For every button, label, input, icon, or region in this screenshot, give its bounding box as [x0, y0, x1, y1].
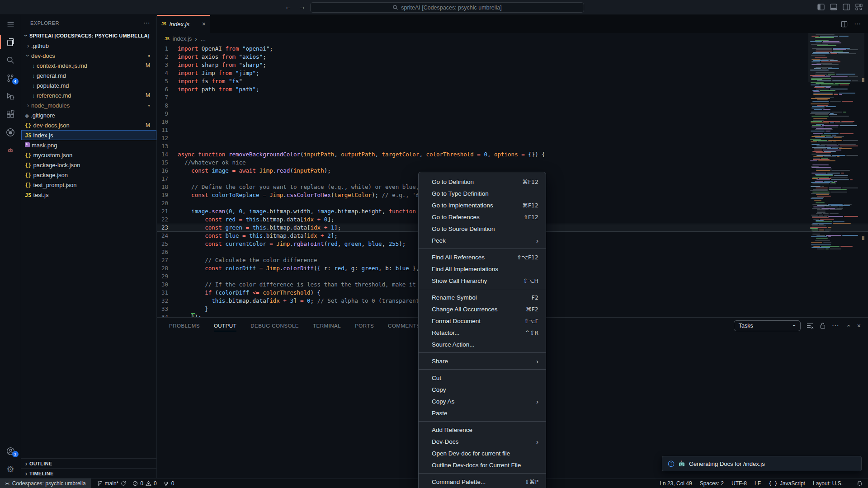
tab-index-js[interactable]: JS index.js × — [157, 15, 210, 33]
status-cursor-position[interactable]: Ln 23, Col 49 — [660, 480, 692, 487]
code-line-15[interactable]: 15 //whatever ok nice — [157, 159, 868, 167]
explorer-actions-icon[interactable]: ⋯ — [143, 19, 151, 27]
file-tree-item-package-lock-json[interactable]: {}package-lock.json — [21, 160, 156, 170]
menu-item-go-to-implementations[interactable]: Go to Implementations⌘F12 — [419, 199, 546, 211]
breadcrumb[interactable]: JS index.js › … — [157, 33, 868, 45]
menu-item-outline-dev-docs-for-current-file[interactable]: Outline Dev-docs for Current File — [419, 459, 546, 471]
menu-item-copy-as[interactable]: Copy As› — [419, 395, 546, 407]
line-number[interactable]: 29 — [157, 272, 178, 281]
panel-tab-debug-console[interactable]: DEBUG CONSOLE — [250, 318, 299, 333]
menu-item-change-all-occurrences[interactable]: Change All Occurrences⌘F2 — [419, 303, 546, 315]
code-line-14[interactable]: 14async function removeBackgroundColor(i… — [157, 150, 868, 159]
line-number[interactable]: 11 — [157, 126, 178, 134]
code-line-4[interactable]: 4import Jimp from "jimp"; — [157, 69, 868, 77]
status-eol[interactable]: LF — [755, 480, 761, 487]
menu-icon[interactable] — [0, 15, 21, 33]
run-debug-icon[interactable] — [0, 87, 21, 105]
output-channel-dropdown[interactable]: Tasks › — [734, 320, 801, 331]
line-number[interactable]: 18 — [157, 183, 178, 191]
line-number[interactable]: 6 — [157, 85, 178, 94]
outline-section-header[interactable]: › OUTLINE — [21, 458, 156, 468]
menu-item-peek[interactable]: Peek› — [419, 235, 546, 246]
close-panel-icon[interactable]: × — [857, 322, 861, 329]
explorer-view-icon[interactable] — [0, 33, 21, 51]
file-tree-item-populate-md[interactable]: ↓populate.md — [21, 80, 156, 90]
menu-item-copy[interactable]: Copy — [419, 384, 546, 395]
line-number[interactable]: 25 — [157, 240, 178, 248]
status-language-mode[interactable]: { }JavaScript — [769, 480, 805, 487]
file-tree-item-mask-png[interactable]: mask.png — [21, 140, 156, 150]
panel-tab-output[interactable]: OUTPUT — [214, 318, 236, 333]
code-line-10[interactable]: 10 — [157, 118, 868, 126]
file-tree-item-index-js[interactable]: JSindex.js — [21, 130, 156, 140]
status-encoding[interactable]: UTF-8 — [731, 480, 747, 487]
line-number[interactable]: 19 — [157, 191, 178, 199]
code-line-2[interactable]: 2import axios from "axios"; — [157, 53, 868, 61]
file-tree-item-reference-md[interactable]: ↓reference.mdM — [21, 90, 156, 100]
dev-docs-extension-icon[interactable] — [0, 141, 21, 160]
menu-item-command-palette[interactable]: Command Palette...⇧⌘P — [419, 476, 546, 488]
maximize-panel-icon[interactable]: › — [844, 323, 852, 329]
line-number[interactable]: 24 — [157, 232, 178, 240]
code-line-6[interactable]: 6import path from "path"; — [157, 85, 868, 94]
menu-item-find-all-implementations[interactable]: Find All Implementations — [419, 263, 546, 275]
workspace-root-folder[interactable]: › SPRITEAI [CODESPACES: PSYCHIC UMBRELLA… — [21, 31, 156, 41]
line-number[interactable]: 10 — [157, 118, 178, 126]
line-number[interactable]: 15 — [157, 159, 178, 167]
notifications-bell-icon[interactable] — [857, 480, 863, 486]
menu-item-share[interactable]: Share› — [419, 355, 546, 367]
clear-output-icon[interactable] — [807, 323, 814, 329]
extensions-icon[interactable] — [0, 105, 21, 123]
lock-icon[interactable] — [820, 322, 826, 329]
line-number[interactable]: 31 — [157, 289, 178, 297]
file-tree-item-dev-docs-json[interactable]: {}dev-docs.jsonM — [21, 120, 156, 130]
remote-indicator[interactable]: >< Codespaces: psychic umbrella — [0, 479, 91, 488]
line-number[interactable]: 12 — [157, 134, 178, 142]
code-line-13[interactable]: 13 — [157, 142, 868, 150]
menu-item-format-document[interactable]: Format Document⇧⌥F — [419, 315, 546, 327]
panel-tab-ports[interactable]: PORTS — [355, 318, 374, 333]
github-icon[interactable] — [0, 123, 21, 141]
code-line-8[interactable]: 8 — [157, 102, 868, 110]
menu-item-add-reference[interactable]: Add Reference — [419, 424, 546, 436]
accounts-icon[interactable]: 1 — [0, 442, 21, 460]
line-number[interactable]: 9 — [157, 110, 178, 118]
search-view-icon[interactable] — [0, 51, 21, 69]
status-indentation[interactable]: Spaces: 2 — [700, 480, 724, 487]
line-number[interactable]: 33 — [157, 305, 178, 313]
line-number[interactable]: 30 — [157, 281, 178, 289]
file-tree-item-test-js[interactable]: JStest.js — [21, 190, 156, 200]
editor-more-actions-icon[interactable]: ⋯ — [854, 20, 861, 28]
menu-item-source-action[interactable]: Source Action... — [419, 338, 546, 350]
ports-indicator[interactable]: 0 — [163, 480, 175, 487]
file-tree-item-github[interactable]: ›.github — [21, 41, 156, 51]
file-tree-item-mycustom-json[interactable]: {}mycustom.json — [21, 150, 156, 160]
line-number[interactable]: 23 — [157, 224, 178, 232]
line-number[interactable]: 17 — [157, 175, 178, 183]
menu-item-open-dev-doc-for-current-file[interactable]: Open Dev-doc for current file — [419, 447, 546, 459]
menu-item-refactor[interactable]: Refactor...^⇧R — [419, 327, 546, 338]
customize-layout-icon[interactable] — [855, 4, 863, 10]
toggle-panel-icon[interactable] — [830, 4, 837, 10]
code-line-12[interactable]: 12 — [157, 134, 868, 142]
menu-item-find-all-references[interactable]: Find All References⇧⌥F12 — [419, 251, 546, 263]
line-number[interactable]: 22 — [157, 216, 178, 224]
line-number[interactable]: 5 — [157, 77, 178, 85]
line-number[interactable]: 27 — [157, 256, 178, 264]
line-number[interactable]: 26 — [157, 248, 178, 256]
line-number[interactable]: 7 — [157, 94, 178, 102]
menu-item-paste[interactable]: Paste — [419, 407, 546, 419]
timeline-section-header[interactable]: › TIMELINE — [21, 468, 156, 478]
line-number[interactable]: 3 — [157, 61, 178, 69]
minimap[interactable] — [810, 33, 858, 259]
line-number[interactable]: 4 — [157, 69, 178, 77]
line-number[interactable]: 2 — [157, 53, 178, 61]
menu-item-dev-docs[interactable]: Dev-Docs› — [419, 436, 546, 447]
line-number[interactable]: 8 — [157, 102, 178, 110]
toggle-sidebar-icon[interactable] — [817, 4, 825, 10]
nav-back-icon[interactable]: ← — [285, 3, 292, 10]
menu-item-go-to-definition[interactable]: Go to Definition⌘F12 — [419, 176, 546, 188]
file-tree-item-general-md[interactable]: ↓general.md — [21, 70, 156, 80]
line-number[interactable]: 21 — [157, 207, 178, 216]
code-line-3[interactable]: 3import sharp from "sharp"; — [157, 61, 868, 69]
